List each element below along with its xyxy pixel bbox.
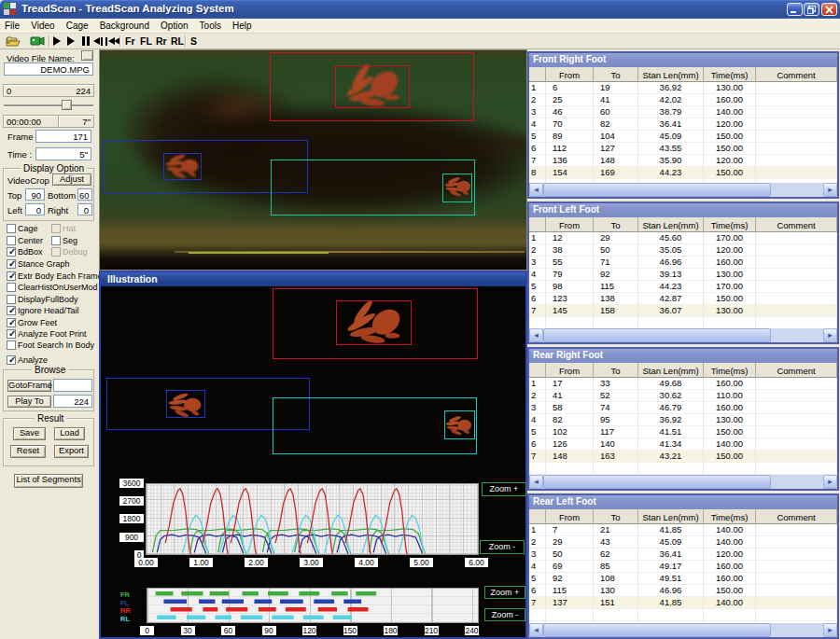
table-row[interactable]: 714816343.21150.00 [529, 451, 837, 463]
video-file-input[interactable]: DEMO.MPG [4, 63, 93, 76]
menu-background[interactable]: Background [95, 19, 153, 31]
h-scrollbar[interactable]: ◂▸ [529, 183, 837, 197]
checkbox-box[interactable] [7, 340, 16, 350]
table-row[interactable]: 611513046.96150.00 [529, 585, 837, 597]
checkbox-box[interactable] [7, 295, 16, 304]
checkbox-box[interactable]: ✓ [7, 247, 16, 257]
bottom-input[interactable]: 60 [77, 188, 92, 201]
h-scrollbar[interactable]: ◂▸ [529, 623, 837, 637]
video-file-browse-button[interactable] [81, 50, 93, 61]
checkbox-box[interactable] [51, 236, 61, 245]
column-header[interactable]: From [546, 363, 594, 378]
reset-button[interactable]: Reset [10, 445, 46, 458]
rl-button[interactable]: RL [171, 35, 184, 47]
scroll-right-arrow[interactable]: ▸ [823, 183, 837, 197]
table-row[interactable]: 2294345.09140.00 [529, 536, 837, 549]
table-row[interactable]: 4698549.17160.00 [529, 561, 837, 573]
column-header[interactable]: Stan Len(mm) [638, 509, 704, 524]
table-row[interactable]: 4708236.41120.00 [529, 118, 837, 131]
h-scrollbar[interactable]: ◂▸ [529, 475, 837, 489]
column-header[interactable]: From [546, 67, 594, 82]
scroll-right-arrow[interactable]: ▸ [823, 328, 837, 342]
checkbox-box[interactable] [7, 224, 16, 233]
table-row[interactable]: 172141.85140.00 [529, 524, 837, 536]
time-input[interactable]: 5" [35, 147, 91, 160]
checkbox-box[interactable]: ✓ [7, 329, 16, 339]
load-button[interactable]: Load [54, 427, 85, 440]
h-scrollbar[interactable]: ◂▸ [529, 328, 837, 342]
table-row[interactable]: 612313842.87150.00 [529, 293, 837, 305]
save-button[interactable]: Save [13, 427, 46, 440]
scroll-left-arrow[interactable]: ◂ [529, 328, 543, 342]
checkbox-box[interactable] [51, 247, 61, 257]
minimize-button[interactable] [787, 3, 803, 16]
slider-thumb[interactable] [62, 100, 72, 110]
column-header[interactable]: Comment [756, 363, 837, 378]
checkbox-box[interactable] [51, 224, 61, 233]
maximize-button[interactable] [804, 3, 819, 16]
top-input[interactable]: 90 [25, 188, 45, 201]
open-file-button[interactable] [6, 35, 21, 48]
checkbox-box[interactable] [7, 283, 16, 292]
table-row[interactable]: 1122945.60170.00 [529, 232, 837, 244]
fr-button[interactable]: Fr [125, 35, 135, 47]
table-row[interactable]: 59210849.51160.00 [529, 573, 837, 585]
stance-zoom-out-button[interactable]: Zoom - [480, 540, 525, 554]
column-header[interactable]: Time(ms) [704, 67, 756, 82]
menu-video[interactable]: Video [26, 19, 58, 31]
play-slow-button[interactable] [67, 36, 82, 49]
close-button[interactable] [821, 3, 837, 16]
column-header[interactable]: To [594, 67, 638, 82]
scroll-right-arrow[interactable]: ▸ [823, 623, 837, 637]
timeline-zoom-in-button[interactable]: Zoom + [484, 586, 525, 599]
play-button[interactable] [53, 36, 68, 49]
first-frame-button[interactable] [105, 37, 120, 50]
table-row[interactable]: 2385035.05120.00 [529, 244, 837, 257]
column-header[interactable]: Time(ms) [704, 217, 756, 232]
table-row[interactable]: 2254142.02160.00 [529, 94, 837, 106]
frame-input[interactable]: 171 [35, 130, 91, 143]
rr-button[interactable]: Rr [156, 35, 167, 47]
column-header[interactable]: Stan Len(mm) [638, 217, 704, 232]
column-header[interactable]: Stan Len(mm) [638, 363, 704, 378]
table-row[interactable]: 611212743.55150.00 [529, 143, 837, 155]
scroll-thumb[interactable] [543, 623, 771, 637]
right-input[interactable]: 0 [77, 203, 92, 215]
playto-input[interactable]: 224 [53, 395, 92, 408]
stance-zoom-in-button[interactable]: Zoom + [482, 482, 526, 496]
menu-tools[interactable]: Tools [195, 19, 225, 31]
checkbox-box[interactable]: ✓ [7, 306, 16, 315]
scroll-thumb[interactable] [543, 328, 771, 342]
export-button[interactable]: Export [54, 445, 89, 458]
table-row[interactable]: 3587446.79160.00 [529, 402, 837, 414]
table-row[interactable]: 713614835.90120.00 [529, 155, 837, 167]
scroll-left-arrow[interactable]: ◂ [529, 475, 543, 489]
table-row[interactable]: 713715141.85140.00 [529, 597, 837, 609]
table-row[interactable]: 161936.92130.00 [529, 82, 837, 94]
menu-file[interactable]: File [0, 19, 23, 31]
column-header[interactable]: Time(ms) [704, 509, 756, 524]
table-row[interactable]: 2415230.62110.00 [529, 390, 837, 402]
column-header[interactable]: To [594, 217, 638, 232]
checkbox-box[interactable]: ✓ [7, 318, 16, 327]
table-row[interactable]: 510211741.51150.00 [529, 426, 837, 438]
table-row[interactable]: 815416944.23150.00 [529, 167, 837, 179]
column-header[interactable] [529, 363, 546, 378]
scroll-thumb[interactable] [543, 183, 771, 197]
checkbox-box[interactable]: ✓ [7, 271, 16, 281]
column-header[interactable]: Stan Len(mm) [638, 67, 704, 82]
left-input[interactable]: 0 [25, 203, 45, 215]
checkbox-box[interactable]: ✓ [7, 259, 16, 269]
scroll-right-arrow[interactable]: ▸ [823, 475, 837, 489]
checkbox-box[interactable]: ✓ [7, 355, 16, 365]
table-row[interactable]: 3466038.79140.00 [529, 106, 837, 118]
column-header[interactable]: From [546, 217, 594, 232]
table-row[interactable]: 1173349.68160.00 [529, 378, 837, 390]
scroll-left-arrow[interactable]: ◂ [529, 623, 543, 637]
column-header[interactable]: From [546, 509, 594, 524]
table-row[interactable]: 612614041.34140.00 [529, 438, 837, 451]
table-row[interactable]: 4829536.92130.00 [529, 414, 837, 426]
table-row[interactable]: 3557146.96160.00 [529, 257, 837, 269]
adjust-button[interactable]: Adjust [52, 174, 91, 186]
table-row[interactable]: 58910445.09150.00 [529, 131, 837, 143]
